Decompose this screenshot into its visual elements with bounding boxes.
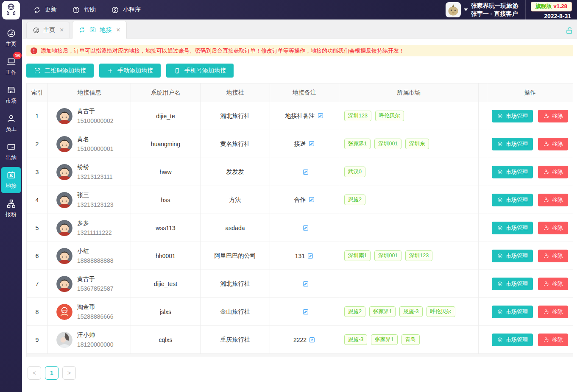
remove-button[interactable]: 移除: [538, 110, 568, 122]
market-manage-button[interactable]: 市场管理: [492, 138, 533, 150]
remove-button[interactable]: 移除: [538, 222, 568, 234]
phone-add-button[interactable]: 手机号添加地接: [166, 64, 234, 78]
user-menu[interactable]: 张家界玩一玩旅游 张宇一 - 直接客户: [440, 0, 524, 19]
column-header: 地接备注: [270, 83, 339, 102]
market-manage-button[interactable]: 市场管理: [492, 222, 533, 234]
sidebar-item-baofen[interactable]: 报粉: [1, 195, 21, 222]
sidebar-item-work[interactable]: 工作16: [1, 53, 21, 80]
market-manage-button[interactable]: 市场管理: [492, 166, 533, 178]
market-tag: 深圳东: [405, 139, 429, 149]
edit-note-icon[interactable]: [302, 309, 309, 315]
alert-icon: !: [31, 47, 37, 54]
table-horizontal-scrollbar[interactable]: [26, 354, 573, 357]
qrcode-add-button[interactable]: 二维码添加地接: [26, 64, 94, 78]
logo-avatar: [56, 304, 72, 320]
nav-item-update[interactable]: 更新: [33, 6, 57, 14]
logo-avatar: [56, 304, 72, 320]
cell-index: 1: [27, 102, 48, 130]
cell-markets: 恩施2张家界1恩施-3呼伦贝尔: [339, 298, 479, 326]
boy-avatar: [56, 276, 72, 292]
edit-note-icon[interactable]: [309, 336, 315, 343]
prev-page-button[interactable]: <: [28, 366, 41, 380]
button-label: 手动添加地接: [117, 67, 153, 75]
spacer-cell: [479, 214, 487, 242]
cell-info: 淘金币15288886666: [48, 298, 131, 326]
lock-open-icon[interactable]: [565, 26, 574, 35]
remove-button[interactable]: 移除: [538, 194, 568, 206]
note-text: 合作: [294, 196, 306, 203]
spacer-cell: [479, 242, 487, 270]
sidebar-item-dijie[interactable]: 地接: [1, 167, 21, 193]
tab-label: 主页: [43, 26, 55, 34]
user-remove-icon: [543, 225, 549, 231]
dijie-table: 索引地接信息系统用户名地接社地接备注所属市场操作 1黄古于15100000002…: [26, 83, 573, 354]
spacer-cell: [479, 326, 487, 354]
cell-info: 黄古于15100000002: [48, 102, 131, 130]
table-row: 2黄名15100000001huangming黄名旅行社接送张家界1深圳001深…: [27, 130, 573, 158]
remove-button[interactable]: 移除: [538, 250, 568, 262]
edit-note-icon[interactable]: [308, 140, 315, 147]
remove-button[interactable]: 移除: [538, 138, 568, 150]
remove-button[interactable]: 移除: [538, 306, 568, 318]
sidebar-item-label: 报粉: [6, 211, 17, 218]
market-manage-button[interactable]: 市场管理: [492, 334, 533, 346]
sidebar-item-home[interactable]: 主页: [1, 25, 21, 51]
tab-close-icon[interactable]: ×: [116, 27, 120, 33]
edit-note-icon[interactable]: [317, 112, 324, 119]
boy-avatar: [56, 220, 72, 236]
tab-close-icon[interactable]: ×: [60, 27, 64, 33]
tab-home[interactable]: 主页×: [26, 22, 70, 38]
question-icon: [72, 6, 80, 14]
app-logo[interactable]: [2, 1, 20, 19]
next-page-button[interactable]: >: [62, 366, 76, 380]
user-remove-icon: [543, 281, 549, 287]
cell-info: 纷纷13213123111: [48, 158, 131, 186]
dashboard-icon: [33, 27, 40, 34]
sidebar-item-label: 工作: [6, 69, 17, 76]
refresh-cloud-icon: [33, 6, 41, 14]
sitemap-icon: [6, 199, 16, 209]
nav-item-miniprogram[interactable]: 小程序: [111, 6, 141, 14]
sidebar-item-market[interactable]: 市场: [1, 82, 21, 108]
remove-button[interactable]: 移除: [538, 166, 568, 178]
button-label: 市场管理: [506, 140, 528, 148]
market-tag: 呼伦贝尔: [375, 111, 404, 121]
edit-note-icon[interactable]: [302, 169, 309, 175]
market-tag: 深圳123: [405, 250, 432, 261]
market-manage-button[interactable]: 市场管理: [492, 194, 533, 206]
edit-note-icon[interactable]: [307, 253, 314, 259]
gear-icon: [497, 169, 503, 175]
nav-item-help[interactable]: 帮助: [72, 6, 96, 14]
tab-dijie[interactable]: 地接×: [72, 21, 126, 39]
market-manage-button[interactable]: 市场管理: [492, 306, 533, 318]
photo-avatar: [56, 332, 72, 348]
cell-actions: 市场管理移除: [487, 242, 573, 270]
sidebar-item-cashier[interactable]: 出纳: [1, 139, 21, 165]
sidebar-item-staff[interactable]: 员工: [1, 110, 21, 136]
manual-add-button[interactable]: 手动添加地接: [99, 64, 161, 78]
lock-open-icon: [565, 26, 574, 35]
page-1-button[interactable]: 1: [45, 366, 59, 380]
cell-actions: 市场管理移除: [487, 214, 573, 242]
remove-button[interactable]: 移除: [538, 334, 568, 346]
cell-actions: 市场管理移除: [487, 326, 573, 354]
navbar-right: 张家界玩一玩旅游 张宇一 - 直接客户 旗舰版 v1.28 2022-8-31: [440, 0, 577, 19]
spacer-column-header: [479, 83, 487, 102]
contact-name: 汪小帅: [77, 331, 114, 339]
idcard-icon: [6, 170, 16, 180]
version-badge[interactable]: 旗舰版 v1.28: [531, 2, 572, 11]
edit-note-icon[interactable]: [302, 225, 309, 231]
sidebar-item-label: 出纳: [6, 154, 17, 161]
market-manage-button[interactable]: 市场管理: [492, 250, 533, 262]
contact-name: 纷纷: [77, 164, 113, 171]
edit-note-icon[interactable]: [302, 281, 309, 287]
market-manage-button[interactable]: 市场管理: [492, 278, 533, 290]
edit-note-icon[interactable]: [308, 196, 315, 203]
user-info: 张家界玩一玩旅游 张宇一 - 直接客户: [471, 2, 518, 18]
remove-button[interactable]: 移除: [538, 278, 568, 290]
gear-icon: [497, 309, 503, 315]
button-label: 移除: [552, 252, 563, 260]
table-row: 5多多13211111222wss113asdada市场管理移除: [27, 214, 573, 242]
notice-bar: ! 添加地接后，订单可以指派给对应的地接，地接可以通过账号、密码到后台直接获取订…: [26, 45, 573, 56]
market-manage-button[interactable]: 市场管理: [492, 110, 533, 122]
